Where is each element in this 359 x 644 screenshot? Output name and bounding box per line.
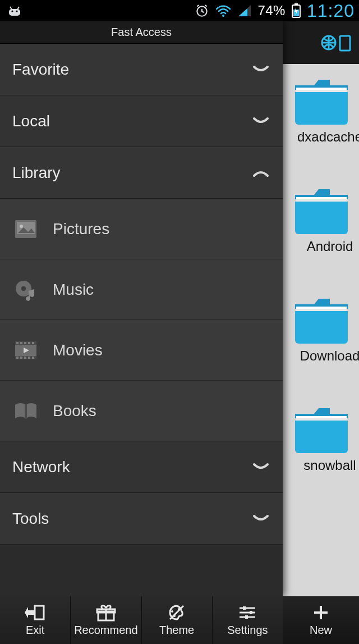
svg-rect-26: [28, 357, 30, 359]
section-label: Network: [12, 458, 251, 476]
clock-text: 11:20: [307, 1, 355, 21]
folder-label: snowball: [291, 458, 359, 473]
svg-rect-28: [25, 404, 27, 419]
android-debug-icon: [4, 3, 25, 18]
svg-rect-21: [28, 342, 30, 344]
svg-line-3: [10, 7, 12, 10]
exit-button[interactable]: Exit: [0, 596, 71, 644]
library-item-label: Pictures: [53, 220, 109, 238]
screen: 74% 11:20 Fast Access Favorite Local: [0, 0, 359, 644]
section-label: Local: [12, 112, 251, 130]
folder-icon: [291, 185, 359, 235]
battery-percent: 74%: [257, 3, 286, 19]
alarm-icon: [195, 3, 209, 18]
section-label: Library: [12, 164, 251, 182]
movies-icon: [11, 341, 40, 360]
svg-rect-20: [24, 342, 26, 344]
folder-label: Download: [291, 348, 359, 364]
wifi-icon: [215, 4, 232, 17]
library-item-pictures[interactable]: Pictures: [0, 199, 283, 259]
svg-rect-19: [20, 342, 22, 344]
file-grid-panel[interactable]: dxadcache Android Download: [283, 21, 359, 596]
bottombar-label: Exit: [26, 624, 44, 637]
folder-icon: [291, 404, 359, 454]
books-icon: [11, 401, 40, 421]
section-library[interactable]: Library: [0, 147, 283, 199]
bottom-toolbar: Exit Recommend Theme Settings: [0, 596, 359, 644]
folder-label: Android: [291, 239, 359, 254]
pictures-icon: [11, 220, 40, 239]
folder-grid: dxadcache Android Download: [283, 64, 359, 596]
svg-point-14: [21, 286, 26, 291]
chevron-up-icon: [251, 168, 270, 178]
fast-access-drawer: Fast Access Favorite Local Library: [0, 21, 283, 596]
section-label: Favorite: [12, 61, 251, 79]
folder-item[interactable]: dxadcache: [291, 75, 359, 145]
drawer-title: Fast Access: [0, 21, 283, 44]
folder-icon: [291, 75, 359, 126]
svg-rect-50: [250, 611, 252, 614]
windows-view-icon[interactable]: [317, 27, 356, 58]
music-icon: [11, 278, 40, 301]
bottombar-label: Settings: [227, 624, 268, 637]
section-local[interactable]: Local: [0, 95, 283, 147]
library-item-books[interactable]: Books: [0, 381, 283, 441]
svg-rect-25: [24, 357, 26, 359]
bottombar-label: Theme: [159, 624, 194, 637]
folder-icon: [291, 294, 359, 345]
library-item-label: Music: [53, 281, 94, 299]
exit-icon: [25, 604, 46, 622]
folder-item[interactable]: Android: [291, 185, 359, 254]
svg-point-1: [11, 10, 13, 12]
section-network[interactable]: Network: [0, 441, 283, 493]
svg-point-6: [222, 15, 224, 17]
folder-label: dxadcache: [291, 129, 359, 145]
svg-rect-49: [243, 606, 246, 610]
content-toolbar: [283, 21, 359, 64]
svg-rect-23: [16, 357, 19, 359]
sliders-icon: [237, 604, 257, 622]
folder-item[interactable]: snowball: [291, 404, 359, 473]
bottombar-label: New: [310, 624, 332, 637]
chevron-down-icon: [251, 65, 270, 75]
folder-item[interactable]: Download: [291, 294, 359, 364]
svg-rect-24: [20, 357, 22, 359]
svg-rect-18: [16, 342, 19, 344]
gift-icon: [96, 604, 116, 622]
bottombar-label: Recommend: [74, 624, 137, 637]
library-item-movies[interactable]: Movies: [0, 320, 283, 381]
svg-rect-51: [245, 615, 248, 619]
app-body: Fast Access Favorite Local Library: [0, 21, 359, 596]
theme-button[interactable]: Theme: [142, 596, 213, 644]
section-label: Tools: [12, 510, 251, 528]
svg-rect-27: [32, 357, 34, 359]
svg-rect-0: [9, 9, 20, 16]
library-item-label: Books: [53, 402, 96, 420]
new-button[interactable]: New: [283, 596, 359, 644]
section-favorite[interactable]: Favorite: [0, 44, 283, 95]
svg-rect-8: [294, 3, 298, 5]
chevron-down-icon: [251, 514, 270, 524]
theme-icon: [167, 604, 187, 622]
chevron-down-icon: [251, 462, 270, 472]
cell-signal-icon: [237, 4, 252, 17]
svg-rect-22: [32, 342, 34, 344]
battery-charging-icon: [291, 3, 301, 19]
library-item-label: Movies: [53, 341, 103, 359]
svg-point-42: [171, 610, 173, 613]
svg-rect-30: [340, 36, 350, 51]
section-tools[interactable]: Tools: [0, 493, 283, 545]
svg-line-4: [17, 7, 19, 10]
library-item-music[interactable]: Music: [0, 259, 283, 320]
status-bar: 74% 11:20: [0, 0, 359, 21]
svg-point-2: [16, 10, 17, 12]
recommend-button[interactable]: Recommend: [71, 596, 141, 644]
settings-button[interactable]: Settings: [213, 596, 283, 644]
chevron-down-icon: [251, 116, 270, 126]
svg-rect-39: [35, 606, 44, 619]
svg-point-12: [20, 225, 23, 228]
plus-icon: [312, 604, 330, 622]
